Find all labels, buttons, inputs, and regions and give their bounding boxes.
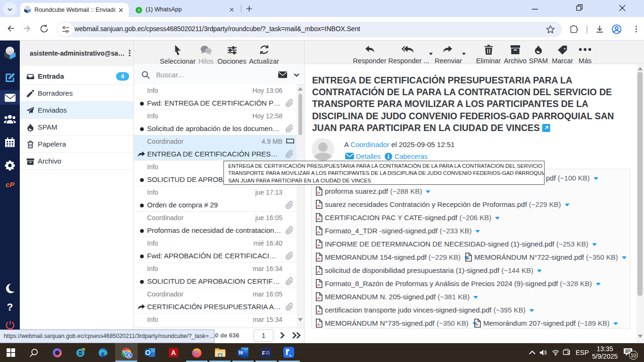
svg-text:1: 1 — [138, 8, 140, 12]
svg-text:A: A — [171, 349, 176, 356]
svg-text:w: w — [289, 354, 291, 357]
svg-text:F: F — [262, 350, 265, 356]
